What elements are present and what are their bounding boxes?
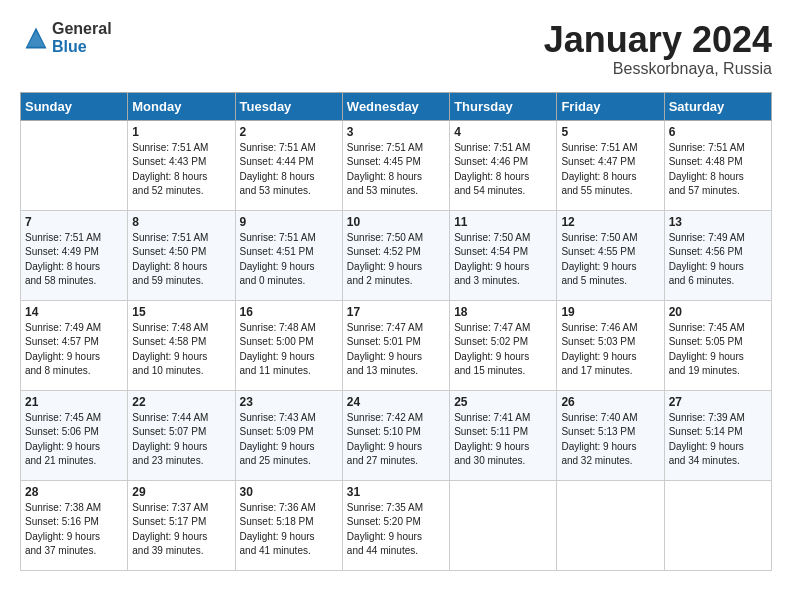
- day-number: 25: [454, 395, 552, 409]
- calendar-week-row: 7Sunrise: 7:51 AM Sunset: 4:49 PM Daylig…: [21, 210, 772, 300]
- table-row: 24Sunrise: 7:42 AM Sunset: 5:10 PM Dayli…: [342, 390, 449, 480]
- logo-blue-text: Blue: [52, 38, 112, 56]
- day-number: 4: [454, 125, 552, 139]
- day-info: Sunrise: 7:43 AM Sunset: 5:09 PM Dayligh…: [240, 411, 338, 469]
- table-row: 27Sunrise: 7:39 AM Sunset: 5:14 PM Dayli…: [664, 390, 771, 480]
- day-info: Sunrise: 7:51 AM Sunset: 4:46 PM Dayligh…: [454, 141, 552, 199]
- day-info: Sunrise: 7:37 AM Sunset: 5:17 PM Dayligh…: [132, 501, 230, 559]
- day-number: 13: [669, 215, 767, 229]
- day-info: Sunrise: 7:51 AM Sunset: 4:49 PM Dayligh…: [25, 231, 123, 289]
- calendar-week-row: 28Sunrise: 7:38 AM Sunset: 5:16 PM Dayli…: [21, 480, 772, 570]
- day-info: Sunrise: 7:51 AM Sunset: 4:45 PM Dayligh…: [347, 141, 445, 199]
- day-number: 5: [561, 125, 659, 139]
- header-monday: Monday: [128, 92, 235, 120]
- day-info: Sunrise: 7:40 AM Sunset: 5:13 PM Dayligh…: [561, 411, 659, 469]
- day-info: Sunrise: 7:51 AM Sunset: 4:44 PM Dayligh…: [240, 141, 338, 199]
- day-number: 12: [561, 215, 659, 229]
- calendar-week-row: 14Sunrise: 7:49 AM Sunset: 4:57 PM Dayli…: [21, 300, 772, 390]
- location: Besskorbnaya, Russia: [544, 60, 772, 78]
- day-info: Sunrise: 7:50 AM Sunset: 4:52 PM Dayligh…: [347, 231, 445, 289]
- table-row: 17Sunrise: 7:47 AM Sunset: 5:01 PM Dayli…: [342, 300, 449, 390]
- table-row: 30Sunrise: 7:36 AM Sunset: 5:18 PM Dayli…: [235, 480, 342, 570]
- table-row: 5Sunrise: 7:51 AM Sunset: 4:47 PM Daylig…: [557, 120, 664, 210]
- table-row: 4Sunrise: 7:51 AM Sunset: 4:46 PM Daylig…: [450, 120, 557, 210]
- calendar-table: Sunday Monday Tuesday Wednesday Thursday…: [20, 92, 772, 571]
- day-info: Sunrise: 7:48 AM Sunset: 5:00 PM Dayligh…: [240, 321, 338, 379]
- day-info: Sunrise: 7:50 AM Sunset: 4:55 PM Dayligh…: [561, 231, 659, 289]
- day-info: Sunrise: 7:48 AM Sunset: 4:58 PM Dayligh…: [132, 321, 230, 379]
- day-info: Sunrise: 7:41 AM Sunset: 5:11 PM Dayligh…: [454, 411, 552, 469]
- day-info: Sunrise: 7:44 AM Sunset: 5:07 PM Dayligh…: [132, 411, 230, 469]
- header-saturday: Saturday: [664, 92, 771, 120]
- table-row: 6Sunrise: 7:51 AM Sunset: 4:48 PM Daylig…: [664, 120, 771, 210]
- day-info: Sunrise: 7:50 AM Sunset: 4:54 PM Dayligh…: [454, 231, 552, 289]
- day-info: Sunrise: 7:38 AM Sunset: 5:16 PM Dayligh…: [25, 501, 123, 559]
- logo-general-text: General: [52, 20, 112, 38]
- table-row: 16Sunrise: 7:48 AM Sunset: 5:00 PM Dayli…: [235, 300, 342, 390]
- day-info: Sunrise: 7:49 AM Sunset: 4:56 PM Dayligh…: [669, 231, 767, 289]
- day-number: 31: [347, 485, 445, 499]
- table-row: 21Sunrise: 7:45 AM Sunset: 5:06 PM Dayli…: [21, 390, 128, 480]
- day-number: 9: [240, 215, 338, 229]
- day-number: 3: [347, 125, 445, 139]
- day-number: 28: [25, 485, 123, 499]
- day-number: 18: [454, 305, 552, 319]
- table-row: [450, 480, 557, 570]
- day-info: Sunrise: 7:51 AM Sunset: 4:50 PM Dayligh…: [132, 231, 230, 289]
- day-number: 24: [347, 395, 445, 409]
- table-row: 18Sunrise: 7:47 AM Sunset: 5:02 PM Dayli…: [450, 300, 557, 390]
- day-info: Sunrise: 7:45 AM Sunset: 5:06 PM Dayligh…: [25, 411, 123, 469]
- day-number: 23: [240, 395, 338, 409]
- day-info: Sunrise: 7:51 AM Sunset: 4:51 PM Dayligh…: [240, 231, 338, 289]
- day-info: Sunrise: 7:42 AM Sunset: 5:10 PM Dayligh…: [347, 411, 445, 469]
- table-row: 9Sunrise: 7:51 AM Sunset: 4:51 PM Daylig…: [235, 210, 342, 300]
- header-sunday: Sunday: [21, 92, 128, 120]
- header-wednesday: Wednesday: [342, 92, 449, 120]
- day-number: 8: [132, 215, 230, 229]
- day-number: 27: [669, 395, 767, 409]
- day-info: Sunrise: 7:45 AM Sunset: 5:05 PM Dayligh…: [669, 321, 767, 379]
- table-row: [557, 480, 664, 570]
- day-info: Sunrise: 7:47 AM Sunset: 5:01 PM Dayligh…: [347, 321, 445, 379]
- header-thursday: Thursday: [450, 92, 557, 120]
- table-row: 13Sunrise: 7:49 AM Sunset: 4:56 PM Dayli…: [664, 210, 771, 300]
- table-row: 15Sunrise: 7:48 AM Sunset: 4:58 PM Dayli…: [128, 300, 235, 390]
- day-info: Sunrise: 7:39 AM Sunset: 5:14 PM Dayligh…: [669, 411, 767, 469]
- calendar-week-row: 1Sunrise: 7:51 AM Sunset: 4:43 PM Daylig…: [21, 120, 772, 210]
- day-info: Sunrise: 7:51 AM Sunset: 4:48 PM Dayligh…: [669, 141, 767, 199]
- svg-marker-1: [27, 31, 45, 47]
- logo: General Blue: [20, 20, 112, 55]
- day-info: Sunrise: 7:36 AM Sunset: 5:18 PM Dayligh…: [240, 501, 338, 559]
- day-number: 16: [240, 305, 338, 319]
- day-number: 11: [454, 215, 552, 229]
- header-tuesday: Tuesday: [235, 92, 342, 120]
- table-row: 2Sunrise: 7:51 AM Sunset: 4:44 PM Daylig…: [235, 120, 342, 210]
- page-header: General Blue January 2024 Besskorbnaya, …: [20, 20, 772, 78]
- day-info: Sunrise: 7:47 AM Sunset: 5:02 PM Dayligh…: [454, 321, 552, 379]
- table-row: 31Sunrise: 7:35 AM Sunset: 5:20 PM Dayli…: [342, 480, 449, 570]
- table-row: 20Sunrise: 7:45 AM Sunset: 5:05 PM Dayli…: [664, 300, 771, 390]
- table-row: 7Sunrise: 7:51 AM Sunset: 4:49 PM Daylig…: [21, 210, 128, 300]
- table-row: 29Sunrise: 7:37 AM Sunset: 5:17 PM Dayli…: [128, 480, 235, 570]
- table-row: 19Sunrise: 7:46 AM Sunset: 5:03 PM Dayli…: [557, 300, 664, 390]
- table-row: 10Sunrise: 7:50 AM Sunset: 4:52 PM Dayli…: [342, 210, 449, 300]
- table-row: 3Sunrise: 7:51 AM Sunset: 4:45 PM Daylig…: [342, 120, 449, 210]
- table-row: 23Sunrise: 7:43 AM Sunset: 5:09 PM Dayli…: [235, 390, 342, 480]
- table-row: 25Sunrise: 7:41 AM Sunset: 5:11 PM Dayli…: [450, 390, 557, 480]
- table-row: 28Sunrise: 7:38 AM Sunset: 5:16 PM Dayli…: [21, 480, 128, 570]
- day-number: 2: [240, 125, 338, 139]
- day-number: 10: [347, 215, 445, 229]
- logo-text: General Blue: [52, 20, 112, 55]
- table-row: 11Sunrise: 7:50 AM Sunset: 4:54 PM Dayli…: [450, 210, 557, 300]
- day-number: 29: [132, 485, 230, 499]
- table-row: [664, 480, 771, 570]
- table-row: 8Sunrise: 7:51 AM Sunset: 4:50 PM Daylig…: [128, 210, 235, 300]
- day-number: 26: [561, 395, 659, 409]
- table-row: 14Sunrise: 7:49 AM Sunset: 4:57 PM Dayli…: [21, 300, 128, 390]
- day-number: 22: [132, 395, 230, 409]
- table-row: 12Sunrise: 7:50 AM Sunset: 4:55 PM Dayli…: [557, 210, 664, 300]
- day-info: Sunrise: 7:49 AM Sunset: 4:57 PM Dayligh…: [25, 321, 123, 379]
- page-container: General Blue January 2024 Besskorbnaya, …: [0, 0, 792, 581]
- day-info: Sunrise: 7:51 AM Sunset: 4:43 PM Dayligh…: [132, 141, 230, 199]
- table-row: 26Sunrise: 7:40 AM Sunset: 5:13 PM Dayli…: [557, 390, 664, 480]
